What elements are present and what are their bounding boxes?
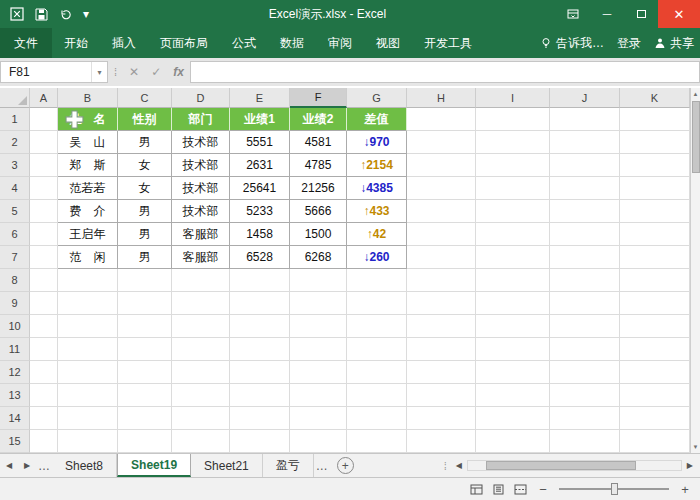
cell-c14[interactable] — [118, 407, 172, 430]
cell-d4[interactable]: 技术部 — [172, 177, 230, 200]
ribbon-tab-home[interactable]: 开始 — [52, 28, 100, 58]
horizontal-scrollbar-track[interactable] — [467, 460, 682, 471]
cancel-button[interactable]: ✕ — [123, 65, 145, 79]
scroll-up-icon[interactable]: ▲ — [693, 88, 699, 100]
row-header-14[interactable]: 14 — [0, 407, 30, 430]
cell-b14[interactable] — [58, 407, 118, 430]
cell-k14[interactable] — [620, 407, 690, 430]
cell-i4[interactable] — [476, 177, 550, 200]
page-layout-view-icon[interactable] — [492, 484, 505, 495]
cell-f2[interactable]: 4581 — [290, 131, 347, 154]
normal-view-icon[interactable] — [470, 484, 483, 495]
row-header-2[interactable]: 2 — [0, 131, 30, 154]
cell-h3[interactable] — [407, 154, 476, 177]
cell-g5[interactable]: ↑433 — [347, 200, 407, 223]
cell-i7[interactable] — [476, 246, 550, 269]
horizontal-scrollbar-thumb[interactable] — [486, 461, 636, 470]
cell-c7[interactable]: 男 — [118, 246, 172, 269]
sheet-tab-sheet19[interactable]: Sheet19 — [117, 454, 191, 477]
cell-g10[interactable] — [347, 315, 407, 338]
cell-a9[interactable] — [30, 292, 58, 315]
cell-e7[interactable]: 6528 — [230, 246, 290, 269]
cell-b1[interactable]: 姓 名 — [58, 108, 118, 131]
cell-a12[interactable] — [30, 361, 58, 384]
cell-k12[interactable] — [620, 361, 690, 384]
cell-d10[interactable] — [172, 315, 230, 338]
cell-j15[interactable] — [550, 430, 620, 453]
row-header-15[interactable]: 15 — [0, 430, 30, 453]
cell-j8[interactable] — [550, 269, 620, 292]
cell-c5[interactable]: 男 — [118, 200, 172, 223]
cell-i8[interactable] — [476, 269, 550, 292]
sheet-next-icon[interactable]: ▶ — [18, 454, 36, 477]
ribbon-tab-view[interactable]: 视图 — [364, 28, 412, 58]
cell-h7[interactable] — [407, 246, 476, 269]
row-header-9[interactable]: 9 — [0, 292, 30, 315]
row-header-8[interactable]: 8 — [0, 269, 30, 292]
cell-c1[interactable]: 性别 — [118, 108, 172, 131]
column-header-c[interactable]: C — [118, 88, 172, 108]
cell-f5[interactable]: 5666 — [290, 200, 347, 223]
cell-d9[interactable] — [172, 292, 230, 315]
cell-c12[interactable] — [118, 361, 172, 384]
cell-k4[interactable] — [620, 177, 690, 200]
sign-in-button[interactable]: 登录 — [617, 35, 641, 52]
cell-h2[interactable] — [407, 131, 476, 154]
cell-h9[interactable] — [407, 292, 476, 315]
cell-c3[interactable]: 女 — [118, 154, 172, 177]
column-header-i[interactable]: I — [476, 88, 550, 108]
cell-b6[interactable]: 王启年 — [58, 223, 118, 246]
cell-g11[interactable] — [347, 338, 407, 361]
zoom-in-button[interactable]: + — [678, 482, 692, 497]
ribbon-tab-review[interactable]: 审阅 — [316, 28, 364, 58]
cell-e11[interactable] — [230, 338, 290, 361]
column-header-g[interactable]: G — [347, 88, 407, 108]
cell-i10[interactable] — [476, 315, 550, 338]
cell-i6[interactable] — [476, 223, 550, 246]
cell-e4[interactable]: 25641 — [230, 177, 290, 200]
cell-j2[interactable] — [550, 131, 620, 154]
cell-c10[interactable] — [118, 315, 172, 338]
cell-i1[interactable] — [476, 108, 550, 131]
row-header-3[interactable]: 3 — [0, 154, 30, 177]
cell-b3[interactable]: 郑 斯 — [58, 154, 118, 177]
cell-h8[interactable] — [407, 269, 476, 292]
cell-b2[interactable]: 吴 山 — [58, 131, 118, 154]
row-header-5[interactable]: 5 — [0, 200, 30, 223]
cell-d13[interactable] — [172, 384, 230, 407]
cell-e13[interactable] — [230, 384, 290, 407]
vertical-scrollbar[interactable]: ▲ ▼ — [690, 88, 700, 453]
cell-a13[interactable] — [30, 384, 58, 407]
cell-f7[interactable]: 6268 — [290, 246, 347, 269]
cell-d2[interactable]: 技术部 — [172, 131, 230, 154]
row-header-1[interactable]: 1 — [0, 108, 30, 131]
cell-d8[interactable] — [172, 269, 230, 292]
sheet-tab-sheet8[interactable]: Sheet8 — [52, 454, 117, 477]
cell-k8[interactable] — [620, 269, 690, 292]
zoom-out-button[interactable]: − — [536, 482, 550, 497]
cell-c2[interactable]: 男 — [118, 131, 172, 154]
row-header-12[interactable]: 12 — [0, 361, 30, 384]
row-header-4[interactable]: 4 — [0, 177, 30, 200]
cell-f13[interactable] — [290, 384, 347, 407]
cell-k6[interactable] — [620, 223, 690, 246]
cell-j3[interactable] — [550, 154, 620, 177]
cell-i15[interactable] — [476, 430, 550, 453]
cell-d6[interactable]: 客服部 — [172, 223, 230, 246]
row-header-7[interactable]: 7 — [0, 246, 30, 269]
cell-a3[interactable] — [30, 154, 58, 177]
cell-f12[interactable] — [290, 361, 347, 384]
row-header-11[interactable]: 11 — [0, 338, 30, 361]
ribbon-display-options-icon[interactable] — [556, 0, 590, 28]
cell-i13[interactable] — [476, 384, 550, 407]
cell-j7[interactable] — [550, 246, 620, 269]
excel-app-icon[interactable] — [10, 7, 24, 21]
cell-g13[interactable] — [347, 384, 407, 407]
cell-k3[interactable] — [620, 154, 690, 177]
cell-b4[interactable]: 范若若 — [58, 177, 118, 200]
cell-h4[interactable] — [407, 177, 476, 200]
column-header-e[interactable]: E — [230, 88, 290, 108]
ribbon-tab-formulas[interactable]: 公式 — [220, 28, 268, 58]
cell-b9[interactable] — [58, 292, 118, 315]
cell-a14[interactable] — [30, 407, 58, 430]
